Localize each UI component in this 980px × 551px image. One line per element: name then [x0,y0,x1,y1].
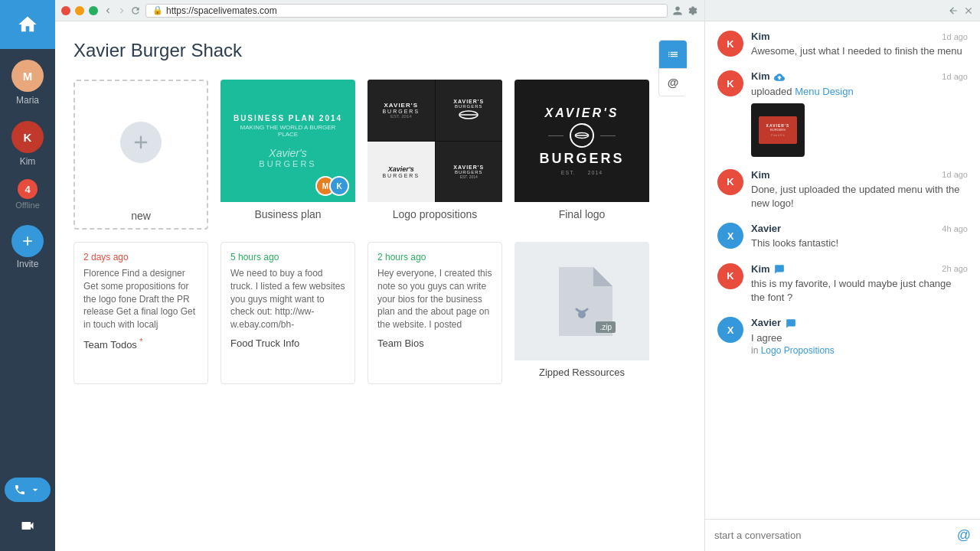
mention-button[interactable]: @ [659,68,687,96]
team-todos-card[interactable]: 2 days ago Florence Find a designer Get … [74,242,208,384]
project-title: Xavier Burger Shack [74,40,649,61]
note2-label: Food Truck Info [230,331,345,349]
final-logo-label: Final logo [514,202,649,227]
lp-cell-2: XAVIER'S BURGERS [436,80,503,141]
at-mention-button[interactable]: @ [957,527,971,543]
chat-message-5: K Kim 2h ago this is my favorite, I woul… [717,263,968,305]
browser-navigation [103,5,141,16]
bp-subtitle: MAKING THE WORLD A BURGER PLACE [230,124,346,138]
video-button[interactable] [11,510,44,542]
team-bios-card[interactable]: 2 hours ago Hey everyone, I created this… [368,242,502,384]
at-icon: @ [668,76,679,89]
user-icon[interactable] [672,5,683,16]
chat-name-2: Kim [751,70,785,83]
chat-content-1: Kim 1d ago Awesome, just what I needed t… [751,31,968,58]
avatar-kim-2: K [717,70,743,96]
note4-label: Zipped Ressources [514,360,649,384]
home-icon [17,14,38,35]
settings-icon[interactable] [688,5,698,16]
chat-name-3: Kim [751,169,770,181]
browser-url-bar[interactable]: 🔒 https://spacelivemates.com [145,4,668,18]
final-logo-card[interactable]: XAVIER'S [514,80,649,230]
browser-maximize-btn[interactable] [89,6,98,15]
back-icon[interactable] [103,5,113,16]
bottom-cards-row: 2 days ago Florence Find a designer Get … [74,242,649,384]
final-logo-image: XAVIER'S [514,80,649,202]
right-panel: K Kim 1d ago Awesome, just what I needed… [704,0,980,551]
food-truck-info-card[interactable]: 5 hours ago We need to buy a food truck.… [220,242,355,384]
chat-message-2: K Kim 1d ago uploaded Menu Design [717,70,968,157]
bp-avatars: M K [315,176,349,196]
business-plan-card[interactable]: BUSINESS PLAN 2014 MAKING THE WORLD A BU… [220,80,355,230]
note2-text: We need to buy a food truck. I listed a … [230,267,345,331]
menu-design-link[interactable]: Menu Design [795,86,854,97]
browser-extra-icons [672,5,698,16]
avatar-kim[interactable]: K [11,121,44,153]
chat-header-3: Kim 1d ago [751,169,968,181]
chat-message-6: X Xavier I agree in Logo Propositions [717,317,968,356]
chat-time-5: 2h ago [942,264,968,273]
svg-point-4 [578,311,586,318]
asterisk-badge: * [139,337,142,346]
phone-button[interactable] [5,478,51,502]
avatar-maria[interactable]: M [11,60,44,92]
chat-input[interactable] [714,530,951,541]
note3-label: Team Bios [377,331,492,349]
lp-cell-3: Xavier's BURGERS [368,142,435,203]
refresh-icon[interactable] [130,5,141,16]
project-content-area: @ Xavier Burger Shack new [55,21,704,551]
upload-icon [774,72,785,83]
new-card[interactable]: new [74,80,208,230]
lp-cell-4: XAVIER'S BURGERS EST. 2014 [436,142,503,203]
message-icon-xavier [786,318,796,329]
chat-header-6: Xavier [751,317,968,329]
chat-time-1: 1d ago [942,32,968,41]
chat-name-1: Kim [751,31,770,42]
url-text: https://spacelivemates.com [166,5,277,16]
avatar-kim-4: K [717,263,743,289]
bp-avatar-2: K [329,176,349,196]
zip-badge: .zip [596,321,616,333]
note1-text: Florence Find a designer Get some propos… [83,267,198,331]
chat-name-4: Xavier [751,223,781,234]
chat-message-4: X Xavier 4h ago This looks fantastic! [717,223,968,250]
invite-label: Invite [17,259,39,269]
add-invite-button[interactable] [11,225,44,257]
sidebar-bottom [5,478,51,551]
chat-time-4: 4h ago [942,224,968,233]
message-icon-kim [774,264,785,275]
chat-text-3: Done, just uploaded the updated menu wit… [751,183,968,210]
logo-propositions-label: Logo propositions [368,202,502,227]
list-view-button[interactable] [659,41,687,68]
logo-propositions-card[interactable]: XAVIER'S BURGERS EST. 2014 XAVIER'S BURG… [368,80,502,230]
chat-text-6: I agree [751,331,968,345]
new-card-label: new [128,204,154,228]
bp-logo-sub: BURGERS [259,159,316,168]
chat-message-1: K Kim 1d ago Awesome, just what I needed… [717,31,968,58]
video-icon [20,518,35,533]
chat-messages-area: K Kim 1d ago Awesome, just what I needed… [705,21,980,519]
chat-message-3: K Kim 1d ago Done, just uploaded the upd… [717,169,968,210]
sidebar: M Maria K Kim 4 Offline Invite [0,0,55,551]
panel-close-icon[interactable] [963,5,974,16]
browser-minimize-btn[interactable] [75,6,84,15]
bp-title: BUSINESS PLAN 2014 [234,114,342,122]
panel-settings-icon[interactable] [948,5,959,16]
project-content: @ Xavier Burger Shack new [74,40,686,384]
note2-time: 5 hours ago [230,252,345,262]
chat-text-4: This looks fantastic! [751,236,968,250]
zipped-resources-card[interactable]: .zip Zipped Ressources [514,242,649,384]
top-cards-row: new BUSINESS PLAN 2014 MAKING THE WORLD … [74,80,649,230]
offline-label: Offline [15,201,40,210]
chat-header-4: Xavier 4h ago [751,223,968,234]
chat-header-1: Kim 1d ago [751,31,968,42]
browser-close-btn[interactable] [61,6,70,15]
chat-content-6: Xavier I agree in Logo Propositions [751,317,968,356]
logo-propositions-link[interactable]: Logo Propositions [761,345,835,356]
offline-badge[interactable]: 4 [18,179,38,199]
main-area: 🔒 https://spacelivemates.com @ [55,0,704,551]
chat-text-5: this is my favorite, I would maybe just … [751,277,968,305]
chat-content-2: Kim 1d ago uploaded Menu Design XAVIER'S [751,70,968,157]
sidebar-home-button[interactable] [0,0,55,49]
forward-icon[interactable] [116,5,127,16]
